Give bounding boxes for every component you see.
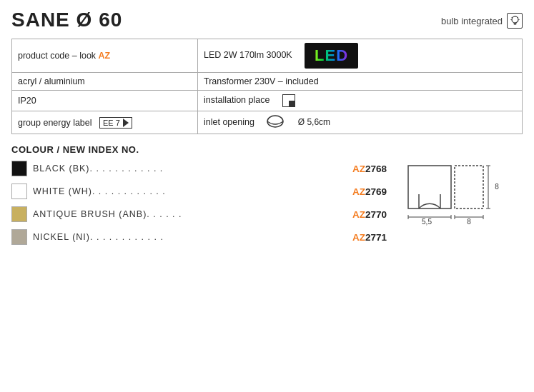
colour-list: COLOUR / NEW INDEX NO. BLACK (BK). . . .… [11,144,387,252]
transformer-text: Transformer 230V – included [204,76,319,86]
table-cell-led-right: LED 2W 170lm 3000K LED [198,39,523,73]
svg-text:5,5: 5,5 [422,218,432,226]
bulb-icon [507,13,523,29]
page: SANE Ø 60 bulb integrated product [0,0,534,392]
bulb-integrated-label: bulb integrated [441,16,503,26]
colour-code-antique: AZ2770 [352,209,387,220]
table-cell-ip-left: IP20 [12,91,198,111]
product-code-accent: AZ [99,51,111,61]
installation-text: installation place [204,95,280,105]
bulb-integrated-section: bulb integrated [441,13,523,29]
installation-icon [282,94,295,107]
led-badge-wrapper: LED [305,43,358,69]
energy-label-text: group energy label [18,118,97,128]
inlet-text: inlet opening [204,117,264,127]
technical-drawing: 5,5 8 8 [394,144,523,252]
drawing-svg: 5,5 8 8 [401,159,515,237]
colour-swatch-nickel [11,229,27,245]
table-row-4: group energy label EE 7 inlet opening Ø … [12,111,523,134]
table-row-2: acryl / aluminium Transformer 230V – inc… [12,73,523,91]
svg-line-7 [517,17,518,18]
table-cell-transformer-right: Transformer 230V – included [198,73,523,91]
header-row: SANE Ø 60 bulb integrated [11,9,523,31]
diameter-text: Ø 5,6cm [298,117,330,127]
list-item: BLACK (BK). . . . . . . . . . . . AZ2768 [11,161,387,176]
svg-line-6 [511,17,512,18]
table-cell-installation-right: installation place [198,91,523,111]
colour-code-nickel: AZ2771 [352,232,387,243]
colour-name-black: BLACK (BK). . . . . . . . . . . . [33,164,347,174]
inlet-icon [267,115,295,130]
table-cell-product-code-left: product code – look AZ [12,39,198,73]
colour-section-title: COLOUR / NEW INDEX NO. [11,144,387,155]
table-row-3: IP20 installation place [12,91,523,111]
svg-point-8 [267,116,283,127]
table-cell-energy-left: group energy label EE 7 [12,111,198,134]
table-row-1: product code – look AZ LED 2W 170lm 3000… [12,39,523,73]
colour-name-white: WHITE (WH). . . . . . . . . . . . [33,186,347,196]
led-badge: LED [310,45,352,66]
colour-swatch-antique [11,206,27,222]
table-cell-material-left: acryl / aluminium [12,73,198,91]
colour-code-black: AZ2768 [352,164,387,174]
energy-label-badge: EE 7 [99,117,132,129]
list-item: NICKEL (NI). . . . . . . . . . . . AZ277… [11,229,387,245]
material-text: acryl / aluminium [18,76,85,86]
colour-code-white: AZ2769 [352,186,387,197]
led-spec-text: LED 2W 170lm 3000K [204,50,302,60]
ip-rating-text: IP20 [18,96,36,106]
svg-rect-9 [408,166,451,208]
svg-text:8: 8 [495,183,499,191]
colour-swatch-black [11,161,27,176]
product-title: SANE Ø 60 [11,9,122,31]
colour-name-antique: ANTIQUE BRUSH (ANB). . . . . . [33,209,347,219]
colour-name-nickel: NICKEL (NI). . . . . . . . . . . . [33,232,347,242]
colour-and-drawing-section: COLOUR / NEW INDEX NO. BLACK (BK). . . .… [11,144,523,252]
svg-rect-12 [455,166,483,208]
colour-swatch-white [11,184,27,199]
energy-arrow-icon [123,119,129,127]
product-code-text: product code – look [18,51,99,61]
list-item: WHITE (WH). . . . . . . . . . . . AZ2769 [11,184,387,199]
energy-ee-text: EE 7 [103,119,120,127]
list-item: ANTIQUE BRUSH (ANB). . . . . . AZ2770 [11,206,387,222]
svg-text:8: 8 [467,218,471,226]
table-cell-inlet-right: inlet opening Ø 5,6cm [198,111,523,134]
info-table: product code – look AZ LED 2W 170lm 3000… [11,39,523,134]
